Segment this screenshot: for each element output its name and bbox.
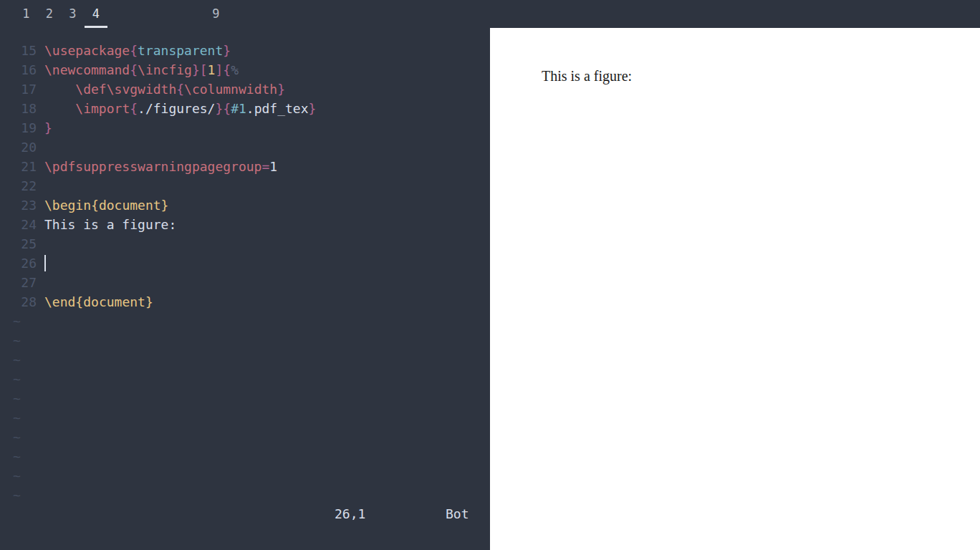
empty-buffer-line: ~ <box>13 486 490 505</box>
code-token: } <box>161 198 169 213</box>
line-content: } <box>44 118 52 138</box>
line-number: 22 <box>13 176 37 196</box>
code-token: \pdfsuppresswarningpagegroup <box>44 159 261 174</box>
line-number: 21 <box>13 157 37 176</box>
empty-buffer-line: ~ <box>13 466 490 486</box>
code-token: \import <box>75 101 130 116</box>
empty-buffer-line: ~ <box>13 408 490 428</box>
workspace-1[interactable]: 1 <box>14 0 38 28</box>
empty-buffer-line: ~ <box>13 350 490 370</box>
workspace-list: 12349 <box>0 0 980 28</box>
line-content: \begin{document} <box>44 196 168 215</box>
empty-line-tilde: ~ <box>13 331 21 350</box>
workspace-bar: 12349 <box>0 0 980 28</box>
code-token: } <box>309 101 317 116</box>
pdf-viewer-pane[interactable]: This is a figure: <box>490 28 980 550</box>
line-content: \pdfsuppresswarningpagegroup=1 <box>44 157 277 176</box>
code-line[interactable]: 19} <box>13 118 490 138</box>
pdf-page-text: This is a figure: <box>542 68 632 85</box>
code-token: #1 <box>231 101 246 116</box>
line-number: 25 <box>13 234 37 254</box>
line-content: \usepackage{transparent} <box>44 41 231 60</box>
empty-buffer-line: ~ <box>13 447 490 466</box>
code-token: document <box>83 294 145 309</box>
line-content: \newcommand{\incfig}[1]{% <box>44 60 239 79</box>
empty-buffer-line: ~ <box>13 389 490 408</box>
code-token: \def\svgwidth <box>75 82 176 97</box>
code-token: { <box>130 43 138 58</box>
code-line[interactable]: 21\pdfsuppresswarningpagegroup=1 <box>13 157 490 176</box>
line-number: 17 <box>13 79 37 99</box>
code-line[interactable]: 27 <box>13 273 490 292</box>
line-number: 16 <box>13 60 37 79</box>
line-content: \import{./figures/}{#1.pdf_tex} <box>44 99 316 118</box>
editor-pane[interactable]: 15\usepackage{transparent}16\newcommand{… <box>0 28 490 550</box>
empty-buffer-line: ~ <box>13 312 490 331</box>
code-line[interactable]: 26 <box>13 254 490 273</box>
line-content: This is a figure: <box>44 215 176 234</box>
line-content: \def\svgwidth{\columnwidth} <box>44 79 285 99</box>
code-token: ./figures/ <box>138 101 215 116</box>
line-number: 19 <box>13 118 37 138</box>
line-number: 27 <box>13 273 37 292</box>
code-token <box>44 101 75 116</box>
desktop: 12349 15\usepackage{transparent}16\newco… <box>0 0 980 550</box>
code-line[interactable]: 28\end{document} <box>13 292 490 312</box>
code-token: \begin <box>44 198 91 213</box>
code-line[interactable]: 24This is a figure: <box>13 215 490 234</box>
empty-line-tilde: ~ <box>13 428 21 447</box>
line-number: 24 <box>13 215 37 234</box>
insert-cursor <box>44 255 46 271</box>
workspace-4[interactable]: 4 <box>85 0 108 28</box>
code-token: document <box>99 198 161 213</box>
code-token: = <box>261 159 269 174</box>
code-line[interactable]: 20 <box>13 138 490 157</box>
empty-line-tilde: ~ <box>13 312 21 331</box>
line-number: 18 <box>13 99 37 118</box>
scroll-position-indicator: Bot <box>446 504 469 524</box>
code-line[interactable]: 17 \def\svgwidth{\columnwidth} <box>13 79 490 99</box>
code-token: [ <box>200 62 208 77</box>
code-token: .pdf_tex <box>246 101 309 116</box>
empty-buffer-line: ~ <box>13 428 490 447</box>
code-token: \end <box>44 294 75 309</box>
code-token: \usepackage <box>44 43 130 58</box>
editor-lines: 15\usepackage{transparent}16\newcommand{… <box>0 28 490 505</box>
code-token: { <box>223 62 231 77</box>
code-token: \newcommand <box>44 62 130 77</box>
line-number: 26 <box>13 254 37 273</box>
code-line[interactable]: 18 \import{./figures/}{#1.pdf_tex} <box>13 99 490 118</box>
code-token: } <box>192 62 200 77</box>
code-token: { <box>176 82 184 97</box>
line-number: 15 <box>13 41 37 60</box>
workspace-9[interactable]: 9 <box>204 0 228 28</box>
code-token: { <box>223 101 231 116</box>
code-token: \incfig <box>138 62 192 77</box>
code-line[interactable]: 25 <box>13 234 490 254</box>
code-token: } <box>215 101 223 116</box>
empty-buffer-line: ~ <box>13 331 490 350</box>
code-line[interactable]: 23\begin{document} <box>13 196 490 215</box>
code-token: { <box>91 198 99 213</box>
code-token: } <box>44 120 52 135</box>
workspace-3[interactable]: 3 <box>61 0 85 28</box>
code-line[interactable]: 16\newcommand{\incfig}[1]{% <box>13 60 490 79</box>
line-number: 28 <box>13 292 37 312</box>
code-token: transparent <box>138 43 223 58</box>
empty-line-tilde: ~ <box>13 350 21 370</box>
empty-buffer-line: ~ <box>13 370 490 389</box>
empty-line-tilde: ~ <box>13 447 21 466</box>
empty-line-tilde: ~ <box>13 389 21 408</box>
code-line[interactable]: 22 <box>13 176 490 196</box>
workspace-2[interactable]: 2 <box>38 0 62 28</box>
empty-line-tilde: ~ <box>13 486 21 505</box>
code-token: % <box>231 62 239 77</box>
code-token: 1 <box>269 159 277 174</box>
code-token: This is a figure: <box>44 217 176 232</box>
code-token: } <box>145 294 153 309</box>
code-token: } <box>277 82 285 97</box>
code-line[interactable]: 15\usepackage{transparent} <box>13 41 490 60</box>
cursor-position-indicator: 26,1 <box>335 504 365 524</box>
code-token: 1 <box>208 62 216 77</box>
code-token: \columnwidth <box>184 82 277 97</box>
